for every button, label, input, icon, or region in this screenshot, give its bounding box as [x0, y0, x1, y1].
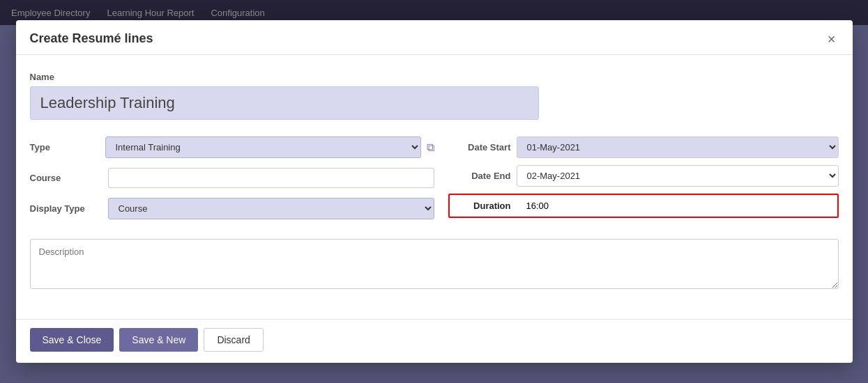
- discard-button[interactable]: Discard: [204, 328, 263, 352]
- date-end-select[interactable]: 02-May-2021: [517, 165, 839, 187]
- display-type-control: Course Education Training Other: [108, 198, 434, 219]
- dialog-title: Create Resumé lines: [30, 31, 153, 46]
- form-grid: Type Internal Training External Training…: [30, 136, 839, 225]
- duration-label: Duration: [450, 195, 519, 217]
- date-end-label: Date End: [448, 171, 511, 181]
- dialog-header: Create Resumé lines ×: [16, 20, 853, 55]
- form-left: Type Internal Training External Training…: [30, 136, 434, 225]
- course-row: Course: [30, 168, 434, 188]
- close-button[interactable]: ×: [825, 32, 839, 46]
- modal-overlay: Create Resumé lines × Name Type: [0, 0, 868, 383]
- duration-row: Duration: [448, 194, 839, 218]
- type-label: Type: [30, 142, 100, 153]
- course-input[interactable]: [108, 168, 434, 188]
- save-close-button[interactable]: Save & Close: [30, 328, 114, 352]
- display-type-row: Display Type Course Education Training O…: [30, 198, 434, 219]
- save-new-button[interactable]: Save & New: [119, 328, 198, 352]
- display-type-select[interactable]: Course Education Training Other: [108, 198, 434, 219]
- create-resume-lines-dialog: Create Resumé lines × Name Type: [16, 20, 853, 363]
- dialog-footer: Save & Close Save & New Discard: [16, 319, 853, 363]
- date-end-row: Date End 02-May-2021: [448, 165, 839, 187]
- date-start-row: Date Start 01-May-2021: [448, 136, 839, 158]
- duration-input[interactable]: [519, 195, 837, 217]
- date-start-label: Date Start: [448, 142, 511, 153]
- date-start-select[interactable]: 01-May-2021: [517, 136, 839, 158]
- form-right: Date Start 01-May-2021 Date End 02-May: [448, 136, 839, 225]
- date-end-control: 02-May-2021: [517, 165, 839, 187]
- type-select-wrapper: Internal Training External Training Cert…: [105, 136, 434, 158]
- external-link-icon[interactable]: ⧉: [427, 141, 434, 154]
- description-textarea[interactable]: [30, 239, 839, 289]
- display-type-label: Display Type: [30, 203, 100, 214]
- date-start-control: 01-May-2021: [517, 136, 839, 158]
- type-select[interactable]: Internal Training External Training Cert…: [105, 136, 421, 158]
- name-field-wrapper: Name: [30, 72, 839, 120]
- course-control: [108, 168, 434, 188]
- course-label: Course: [30, 173, 100, 183]
- type-row: Type Internal Training External Training…: [30, 136, 434, 158]
- name-label: Name: [30, 72, 839, 82]
- dialog-body: Name Type Internal Training External Tra…: [16, 55, 853, 319]
- name-input[interactable]: [30, 86, 539, 120]
